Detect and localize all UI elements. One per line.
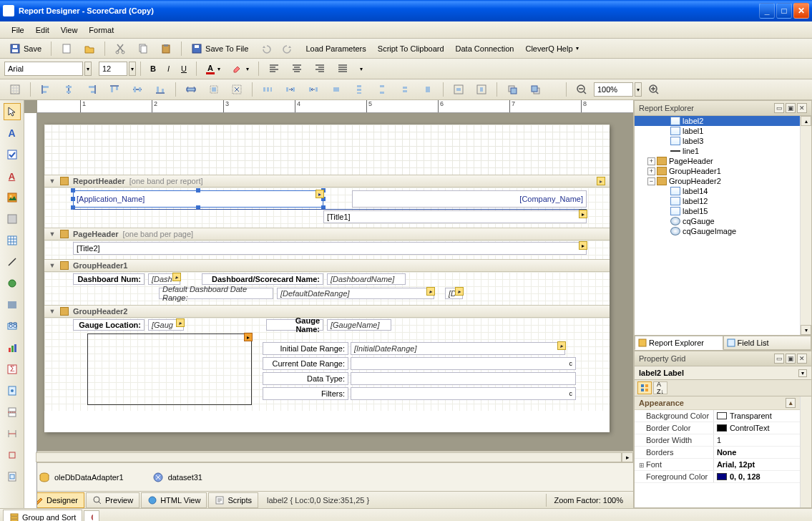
smart-tag-icon[interactable]: ▸ <box>557 341 566 350</box>
tree-node-pageheader[interactable]: +PageHeader <box>635 156 800 166</box>
shape-tool[interactable] <box>4 275 21 292</box>
align-left-button[interactable] <box>263 60 285 77</box>
tree-node-label2[interactable]: label2 <box>635 116 800 126</box>
smart-tag-icon[interactable]: ▸ <box>315 190 324 198</box>
data-type-label[interactable]: Data Type: <box>263 372 348 385</box>
menu-edit[interactable]: Edit <box>30 24 55 36</box>
tab-field-list[interactable]: Field List <box>723 336 812 350</box>
label-company-name[interactable]: [Company_Name] <box>352 190 587 208</box>
dash-num-label[interactable]: Dashboard Num: <box>73 273 145 285</box>
same-width-button[interactable] <box>180 81 202 98</box>
def-range-value[interactable]: [DefaultDateRange]▸ <box>277 288 434 299</box>
vspace-equal-button[interactable] <box>348 81 370 98</box>
menu-view[interactable]: View <box>55 24 84 36</box>
expand-icon[interactable]: + <box>647 157 655 165</box>
hspace-inc-button[interactable] <box>280 81 301 98</box>
menu-format[interactable]: Format <box>83 24 119 36</box>
propgrid-scrollbar[interactable] <box>800 396 811 507</box>
panel-window-button[interactable]: ▭ <box>774 103 784 113</box>
paste-button[interactable] <box>155 40 177 57</box>
vspace-dec-button[interactable] <box>394 81 416 98</box>
curr-range-value[interactable]: c <box>351 357 576 370</box>
data-connection-button[interactable]: Data Connection <box>451 42 519 56</box>
label-title1[interactable]: [Title1] ▸ <box>323 210 587 223</box>
collapse-icon[interactable]: ▼ <box>49 177 56 185</box>
filters-value[interactable]: c <box>351 387 576 400</box>
property-object-selector[interactable]: label2 Label ▾ <box>635 366 811 380</box>
table-tool[interactable] <box>4 232 21 249</box>
collapse-icon[interactable]: ▼ <box>49 308 56 315</box>
align-lefts-button[interactable] <box>35 81 57 98</box>
save-to-file-button[interactable]: Save To File <box>186 40 253 57</box>
expand-icon[interactable]: + <box>647 167 655 175</box>
picture-smart-tag-icon[interactable]: ▸ <box>244 333 253 341</box>
curr-range-label[interactable]: Current Date Range: <box>263 357 348 370</box>
bring-front-button[interactable] <box>502 81 523 98</box>
tree-node-cqgaugeimage[interactable]: cqGaugeImage <box>635 226 800 236</box>
redo-button[interactable] <box>278 40 299 57</box>
horizontal-scrollbar[interactable]: ◂ ▸ <box>24 451 633 462</box>
new-button[interactable] <box>56 40 77 57</box>
pagebreak-tool[interactable] <box>4 404 21 421</box>
align-rights-button[interactable] <box>81 81 102 98</box>
tree-node-cqgauge[interactable]: cqGauge <box>635 216 800 226</box>
pointer-tool[interactable] <box>4 103 21 120</box>
prop-font[interactable]: Font Arial, 12pt <box>635 459 800 471</box>
minimize-button[interactable]: _ <box>759 3 775 19</box>
panel-close-button[interactable]: ✕ <box>797 354 807 364</box>
property-grid-body[interactable]: Appearance ▴ Background Color Transparen… <box>635 396 811 507</box>
tree-node-label14[interactable]: label14 <box>635 186 800 196</box>
smart-tag-icon[interactable]: ▸ <box>176 318 185 327</box>
tree-node-label15[interactable]: label15 <box>635 206 800 216</box>
zoom-input[interactable] <box>594 82 633 97</box>
pageinfo-tool[interactable] <box>4 382 21 399</box>
prop-foreground-color[interactable]: Foreground Color 0, 0, 128 <box>635 471 800 483</box>
group-header1-band-header[interactable]: ▼ GroupHeader1 <box>44 259 610 272</box>
panel-tool[interactable] <box>4 210 21 228</box>
snap-grid-button[interactable] <box>203 81 225 98</box>
zipcode-tool[interactable]: 88 <box>4 318 21 335</box>
collapse-icon[interactable]: ▼ <box>49 262 56 269</box>
smart-tag-icon[interactable]: ▸ <box>579 241 587 250</box>
align-right-button[interactable] <box>309 60 331 77</box>
prop-border-width[interactable]: Border Width 1 <box>635 434 800 447</box>
font-size-input[interactable] <box>99 62 127 76</box>
object-dropdown-icon[interactable]: ▾ <box>798 369 807 377</box>
cut-button[interactable] <box>109 40 131 57</box>
crossband-box-tool[interactable] <box>4 447 21 464</box>
tab-preview[interactable]: Preview <box>86 492 140 508</box>
richtext-tool[interactable]: A <box>4 167 21 185</box>
menu-file[interactable]: File <box>6 24 30 36</box>
group-sort-extra-button[interactable] <box>84 510 99 522</box>
picturebox-tool[interactable] <box>4 189 21 206</box>
smart-tag-icon[interactable]: ▸ <box>579 210 587 218</box>
align-center-button[interactable] <box>286 60 308 77</box>
report-header-body[interactable]: [Application_Name] ▸ [Company_Name] [Tit… <box>44 188 610 228</box>
script-clipboard-button[interactable]: Script To Clipboard <box>373 42 449 56</box>
chart-tool[interactable] <box>4 339 21 356</box>
align-bottoms-button[interactable] <box>150 81 171 98</box>
dash-num-value[interactable]: [Dash▸ <box>148 273 180 285</box>
close-button[interactable]: ✕ <box>793 3 809 19</box>
panel-window-button[interactable]: ▭ <box>774 354 784 364</box>
gauge-loc-value[interactable]: [Gaug▸ <box>148 319 184 331</box>
gauge-name-label[interactable]: Gauge Name: <box>266 319 323 331</box>
zoom-in-button[interactable] <box>643 81 665 98</box>
component-oledbdataadapter[interactable]: oleDbDataAdapter1 <box>39 472 124 483</box>
alphabetical-view-button[interactable]: AZ↓ <box>653 381 667 394</box>
prop-border-color[interactable]: Border Color ControlText <box>635 422 800 434</box>
tree-node-groupheader1[interactable]: +GroupHeader1 <box>635 166 800 176</box>
d-value[interactable]: [D▸ <box>445 288 463 299</box>
init-range-label[interactable]: Initial Date Range: <box>263 342 348 355</box>
prop-category-appearance[interactable]: Appearance ▴ <box>635 396 800 410</box>
line-tool[interactable] <box>4 253 21 271</box>
underline-button[interactable]: U <box>176 62 192 76</box>
barcode-tool[interactable] <box>4 296 21 313</box>
crossband-line-tool[interactable] <box>4 425 21 442</box>
data-type-value[interactable] <box>351 372 576 385</box>
tab-html-view[interactable]: HTML View <box>141 492 207 508</box>
dash-name-label[interactable]: Dashboard/Scorecard Name: <box>202 273 323 285</box>
tree-node-line1[interactable]: line1 <box>635 146 800 156</box>
band-smart-tag[interactable]: ▸ <box>597 177 605 185</box>
align-tops-button[interactable] <box>104 81 125 98</box>
